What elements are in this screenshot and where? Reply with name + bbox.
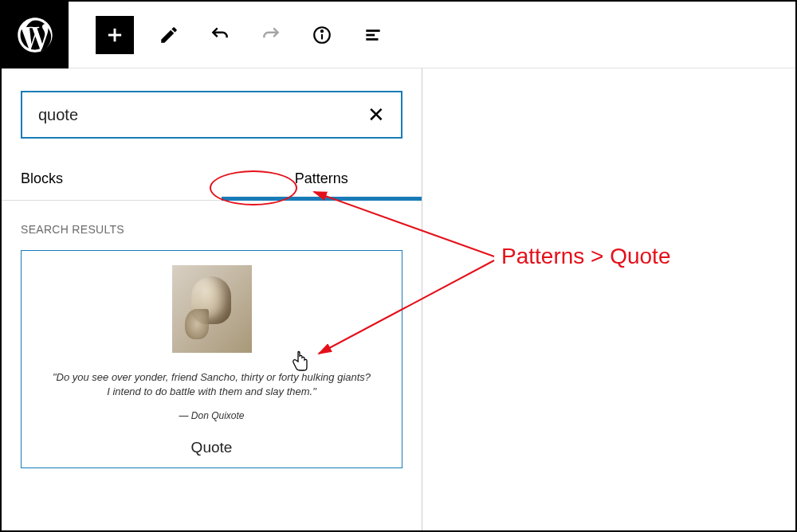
editor-main: ✕ Blocks Patterns SEARCH RESULTS "Do you… xyxy=(2,68,795,530)
tab-patterns[interactable]: Patterns xyxy=(222,158,422,200)
portrait-image xyxy=(172,265,252,353)
edit-tools-button[interactable] xyxy=(153,19,185,51)
quote-body: "Do you see over yonder, friend Sancho, … xyxy=(50,370,373,399)
search-input[interactable] xyxy=(38,106,367,124)
info-icon xyxy=(312,25,332,45)
block-search-box: ✕ xyxy=(21,91,402,139)
plus-icon xyxy=(104,24,126,46)
svg-point-4 xyxy=(321,30,323,32)
tab-blocks[interactable]: Blocks xyxy=(2,158,222,200)
outline-button[interactable] xyxy=(357,19,389,51)
results-header: SEARCH RESULTS xyxy=(2,201,422,250)
editor-toolbar xyxy=(2,2,795,68)
redo-icon xyxy=(261,25,281,45)
pencil-icon xyxy=(159,25,179,45)
undo-icon xyxy=(210,25,230,45)
pattern-preview: "Do you see over yonder, friend Sancho, … xyxy=(22,265,402,431)
info-button[interactable] xyxy=(306,19,338,51)
pattern-card-quote[interactable]: "Do you see over yonder, friend Sancho, … xyxy=(21,250,402,468)
redo-button[interactable] xyxy=(255,19,287,51)
pattern-label: Quote xyxy=(191,431,233,467)
clear-search-button[interactable]: ✕ xyxy=(367,104,385,125)
add-block-button[interactable] xyxy=(96,16,134,54)
inserter-tabs: Blocks Patterns xyxy=(2,158,422,201)
list-icon xyxy=(363,25,383,45)
wordpress-icon xyxy=(14,14,56,56)
block-inserter-panel: ✕ Blocks Patterns SEARCH RESULTS "Do you… xyxy=(2,68,422,530)
quote-citation: — Don Quixote xyxy=(179,410,244,421)
wordpress-logo[interactable] xyxy=(2,2,69,68)
undo-button[interactable] xyxy=(204,19,236,51)
